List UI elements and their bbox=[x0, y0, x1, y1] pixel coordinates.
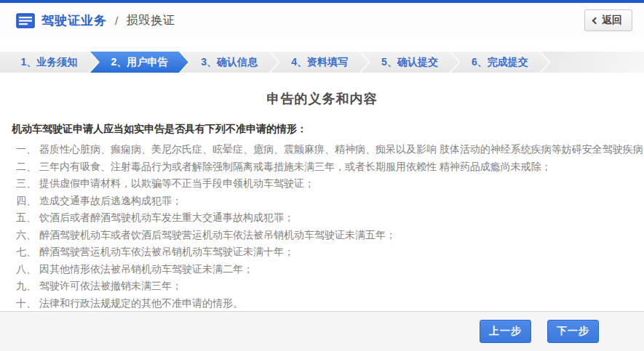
breadcrumb-current: 损毁换证 bbox=[126, 13, 175, 28]
declaration-content: 机动车驾驶证申请人应当如实申告是否具有下列不准申请的情形： 一、 器质性心脏病、… bbox=[0, 123, 644, 336]
step-2-user-declaration[interactable]: 2、用户申告 bbox=[90, 52, 188, 73]
step-label: 6、完成提交 bbox=[472, 56, 528, 69]
ineligibility-list: 一、 器质性心脏病、癫痫病、美尼尔氏症、眩晕症、癔病、震颤麻痹、精神病、痴呆以及… bbox=[12, 141, 632, 312]
list-item: 六、 醉酒驾驶机动车或者饮酒后驾驶营运机动车依法被吊销机动车驾驶证未满五年； bbox=[12, 227, 632, 244]
declaration-intro: 机动车驾驶证申请人应当如实申告是否具有下列不准申请的情形： bbox=[12, 123, 632, 136]
header: 驾驶证业务 / 损毁换证 返回 bbox=[0, 3, 644, 38]
list-item: 九、 驾驶许可依法被撤销未满三年； bbox=[12, 278, 632, 295]
back-button-label: 返回 bbox=[602, 14, 622, 27]
breadcrumb-separator: / bbox=[115, 15, 118, 27]
list-item: 五、 饮酒后或者醉酒驾驶机动车发生重大交通事故构成犯罪； bbox=[12, 209, 632, 227]
step-label: 3、确认信息 bbox=[201, 56, 258, 69]
breadcrumb: 驾驶证业务 / 损毁换证 bbox=[16, 12, 175, 29]
step-label: 1、业务须知 bbox=[21, 56, 78, 69]
list-item: 四、 造成交通事故后逃逸构成犯罪； bbox=[12, 193, 632, 210]
step-label: 5、确认提交 bbox=[381, 56, 438, 69]
step-bar-tail bbox=[541, 52, 644, 73]
previous-step-button[interactable]: 上一步 bbox=[480, 320, 531, 343]
list-item: 三、 提供虚假申请材料，以欺骗等不正当手段申领机动车驾驶证； bbox=[12, 175, 632, 193]
page-title: 申告的义务和内容 bbox=[0, 90, 644, 108]
back-button[interactable]: 返回 bbox=[584, 9, 632, 31]
step-progress-bar: 1、业务须知 2、用户申告 3、确认信息 4、资料填写 5、确认提交 6、完成提… bbox=[0, 52, 644, 73]
next-step-button[interactable]: 下一步 bbox=[547, 320, 599, 343]
step-5-confirm-submit[interactable]: 5、确认提交 bbox=[361, 52, 459, 73]
step-label: 2、用户申告 bbox=[111, 56, 167, 69]
footer-action-bar: 上一步 下一步 bbox=[0, 311, 644, 351]
step-3-confirm-info[interactable]: 3、确认信息 bbox=[180, 52, 279, 73]
list-item: 二、 三年内有吸食、注射毒品行为或者解除强制隔离戒毒措施未满三年，或者长期服用依… bbox=[12, 158, 632, 176]
license-card-icon bbox=[16, 13, 35, 28]
chevron-left-icon bbox=[592, 17, 600, 24]
step-6-complete-submit[interactable]: 6、完成提交 bbox=[450, 52, 549, 73]
list-item: 八、 因其他情形依法被吊销机动车驾驶证未满二年； bbox=[12, 261, 632, 278]
breadcrumb-root[interactable]: 驾驶证业务 bbox=[41, 12, 107, 29]
list-item: 十、 法律和行政法规规定的其他不准申请的情形。 bbox=[12, 295, 632, 312]
step-1-business-notice[interactable]: 1、业务须知 bbox=[0, 52, 98, 73]
list-item: 一、 器质性心脏病、癫痫病、美尼尔氏症、眩晕症、癔病、震颤麻痹、精神病、痴呆以及… bbox=[12, 141, 632, 158]
step-label: 4、资料填写 bbox=[291, 56, 348, 69]
step-4-fill-materials[interactable]: 4、资料填写 bbox=[271, 52, 369, 73]
list-item: 七、 醉酒驾驶营运机动车依法被吊销机动车驾驶证未满十年； bbox=[12, 243, 632, 261]
